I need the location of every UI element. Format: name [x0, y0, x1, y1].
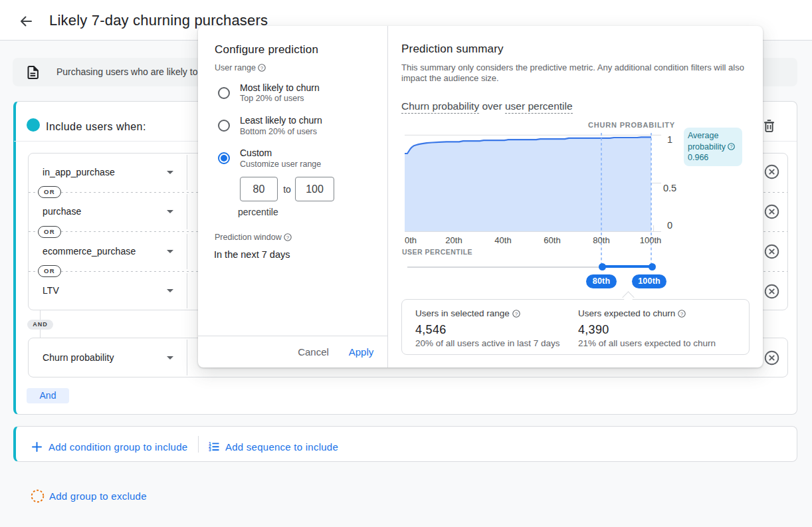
svg-text:?: ?	[286, 235, 290, 241]
svg-text:?: ?	[680, 310, 684, 316]
svg-text:?: ?	[260, 65, 264, 71]
svg-text:3: 3	[209, 447, 211, 452]
svg-text:?: ?	[730, 144, 733, 150]
svg-text:?: ?	[514, 310, 518, 316]
